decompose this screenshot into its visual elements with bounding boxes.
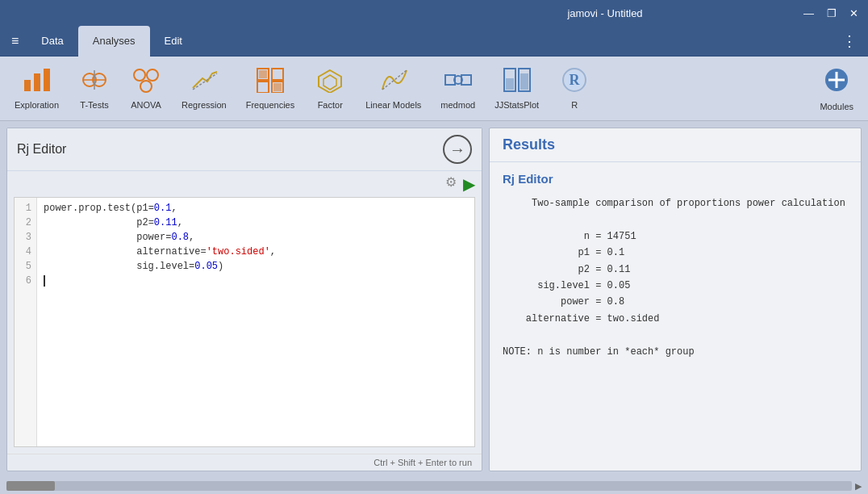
ttests-label: T-Tests xyxy=(80,100,108,110)
factor-label: Factor xyxy=(318,100,343,110)
ribbon-jjstatsplot[interactable]: JJStatsPlot xyxy=(486,60,547,118)
tab-data[interactable]: Data xyxy=(27,26,77,57)
jjstatsplot-label: JJStatsPlot xyxy=(495,100,539,110)
ribbon-regression[interactable]: Regression xyxy=(173,60,235,118)
line-numbers: 1 2 3 4 5 6 xyxy=(15,198,37,446)
ribbon: Exploration T-Tests ANOVA xyxy=(0,57,868,121)
app-title: jamovi - Untitled xyxy=(407,7,803,19)
window-controls: — ❐ ✕ xyxy=(803,7,858,19)
svg-point-8 xyxy=(147,69,158,81)
right-panel: Results Rj Editor Two-sample comparison … xyxy=(489,128,862,471)
minimize-button[interactable]: — xyxy=(803,7,814,19)
medmod-icon xyxy=(444,67,473,97)
svg-rect-25 xyxy=(506,78,514,90)
maximize-button[interactable]: ❐ xyxy=(827,7,837,19)
scrollbar-area: ▶ xyxy=(0,478,868,494)
factor-icon xyxy=(315,67,344,97)
svg-rect-12 xyxy=(272,69,283,80)
svg-rect-26 xyxy=(520,73,528,90)
close-button[interactable]: ✕ xyxy=(849,7,858,19)
settings-icon[interactable]: ⚙ xyxy=(445,174,457,194)
editor-toolbar: ⚙ ▶ xyxy=(7,171,482,197)
linearmodels-label: Linear Models xyxy=(365,100,421,110)
r-icon: R xyxy=(560,67,589,97)
left-panel-header: Rj Editor → xyxy=(7,128,482,171)
scroll-right-btn[interactable]: ▶ xyxy=(855,481,862,492)
ribbon-modules[interactable]: Modules xyxy=(812,60,862,118)
results-title: Results xyxy=(503,136,848,153)
left-panel-title: Rj Editor xyxy=(17,142,66,157)
editor-hint: Ctrl + Shift + Enter to run xyxy=(7,454,482,471)
results-content[interactable]: Rj Editor Two-sample comparison of propo… xyxy=(490,162,861,471)
modules-icon xyxy=(822,65,851,98)
svg-point-7 xyxy=(134,69,145,81)
regression-icon xyxy=(190,67,219,97)
hamburger-menu[interactable]: ≡ xyxy=(3,29,27,53)
results-section-title: Rj Editor xyxy=(503,172,848,186)
ribbon-factor[interactable]: Factor xyxy=(306,60,354,118)
svg-rect-1 xyxy=(34,73,40,91)
play-icon[interactable]: ▶ xyxy=(463,174,475,194)
svg-marker-18 xyxy=(323,75,336,90)
ribbon-frequencies[interactable]: Frequencies xyxy=(238,60,303,118)
svg-text:R: R xyxy=(570,72,581,88)
frequencies-icon xyxy=(256,67,285,97)
svg-rect-15 xyxy=(259,70,267,78)
exploration-icon xyxy=(23,67,52,97)
left-panel: Rj Editor → ⚙ ▶ 1 2 3 4 5 6 power.prop.t… xyxy=(6,128,482,471)
svg-rect-0 xyxy=(24,80,31,91)
code-editor: ⚙ ▶ 1 2 3 4 5 6 power.prop.test(p1=0.1, … xyxy=(7,171,482,471)
tab-analyses[interactable]: Analyses xyxy=(78,26,150,57)
svg-rect-13 xyxy=(257,82,269,93)
ribbon-exploration[interactable]: Exploration xyxy=(6,60,67,118)
ttests-icon xyxy=(80,67,109,97)
modules-label: Modules xyxy=(820,102,853,111)
titlebar: jamovi - Untitled — ❐ ✕ xyxy=(0,0,868,26)
tab-edit[interactable]: Edit xyxy=(150,26,197,57)
anova-label: ANOVA xyxy=(131,100,161,110)
anova-icon xyxy=(131,67,161,97)
results-output: Two-sample comparison of proportions pow… xyxy=(503,195,848,360)
ribbon-linearmodels[interactable]: Linear Models xyxy=(357,60,429,118)
jjstatsplot-icon xyxy=(503,67,532,97)
run-button[interactable]: → xyxy=(443,135,472,164)
ribbon-anova[interactable]: ANOVA xyxy=(122,60,170,118)
frequencies-label: Frequencies xyxy=(246,100,295,110)
ribbon-r[interactable]: R R xyxy=(550,60,599,118)
regression-label: Regression xyxy=(182,100,227,110)
code-textarea[interactable]: 1 2 3 4 5 6 power.prop.test(p1=0.1, p2=0… xyxy=(14,197,475,447)
medmod-label: medmod xyxy=(440,100,475,110)
horizontal-scrollbar[interactable] xyxy=(6,481,852,491)
code-content[interactable]: power.prop.test(p1=0.1, p2=0.11, power=0… xyxy=(37,198,474,446)
results-header: Results xyxy=(490,128,861,162)
main-content: Rj Editor → ⚙ ▶ 1 2 3 4 5 6 power.prop.t… xyxy=(0,121,868,478)
ribbon-medmod[interactable]: medmod xyxy=(432,60,483,118)
r-label: R xyxy=(571,100,578,110)
svg-line-10 xyxy=(193,73,217,90)
linearmodels-icon xyxy=(379,67,408,97)
menubar: ≡ Data Analyses Edit ⋮ xyxy=(0,26,868,57)
ribbon-ttests[interactable]: T-Tests xyxy=(70,60,119,118)
svg-rect-2 xyxy=(44,69,50,91)
svg-rect-16 xyxy=(273,83,282,91)
scrollbar-thumb[interactable] xyxy=(6,481,55,491)
svg-point-9 xyxy=(140,81,152,92)
exploration-label: Exploration xyxy=(15,100,59,110)
menu-more[interactable]: ⋮ xyxy=(834,27,865,55)
